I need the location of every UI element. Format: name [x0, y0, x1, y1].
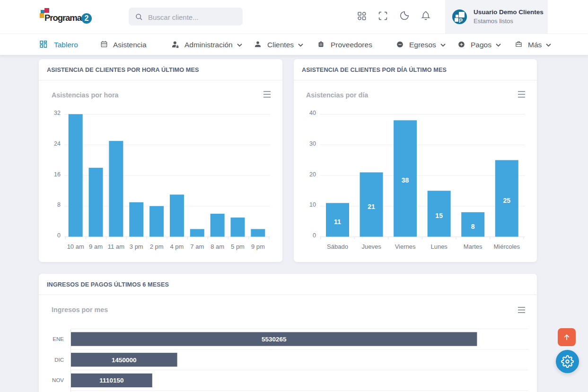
svg-text:40: 40 [309, 110, 316, 116]
svg-text:30: 30 [309, 140, 316, 147]
svg-text:DIC: DIC [54, 357, 64, 363]
svg-text:1110150: 1110150 [99, 377, 123, 384]
svg-text:4 pm: 4 pm [170, 243, 184, 250]
svg-text:32: 32 [54, 110, 61, 116]
svg-text:8: 8 [471, 223, 475, 230]
svg-text:5 pm: 5 pm [231, 243, 245, 250]
svg-text:7 am: 7 am [190, 243, 204, 250]
svg-text:16: 16 [54, 171, 61, 178]
svg-text:2 pm: 2 pm [150, 243, 164, 250]
svg-text:38: 38 [402, 176, 409, 184]
svg-text:11 am: 11 am [108, 243, 124, 250]
svg-text:0: 0 [313, 232, 316, 239]
svg-text:Miércoles: Miércoles [493, 243, 520, 250]
svg-text:Lunes: Lunes [430, 243, 448, 250]
svg-text:1450000: 1450000 [112, 357, 137, 364]
svg-text:Jueves: Jueves [361, 243, 381, 250]
svg-text:Viernes: Viernes [395, 243, 416, 250]
svg-text:9 pm: 9 pm [251, 243, 265, 250]
svg-text:24: 24 [54, 140, 61, 147]
svg-text:10: 10 [309, 201, 316, 208]
svg-text:25: 25 [503, 197, 510, 204]
svg-text:11: 11 [334, 218, 341, 226]
svg-text:10 am: 10 am [67, 243, 84, 250]
svg-text:8 am: 8 am [211, 243, 224, 250]
svg-text:21: 21 [368, 203, 375, 210]
svg-text:NOV: NOV [52, 377, 64, 383]
svg-text:9 am: 9 am [89, 243, 103, 250]
svg-text:8: 8 [57, 201, 61, 208]
svg-text:5530265: 5530265 [262, 336, 287, 343]
svg-text:Martes: Martes [464, 243, 483, 250]
svg-text:ENE: ENE [53, 336, 64, 342]
svg-text:3 pm: 3 pm [130, 243, 143, 250]
svg-text:Sábado: Sábado [327, 243, 348, 250]
svg-text:20: 20 [309, 171, 316, 178]
svg-text:15: 15 [435, 212, 443, 219]
svg-text:0: 0 [57, 232, 61, 239]
